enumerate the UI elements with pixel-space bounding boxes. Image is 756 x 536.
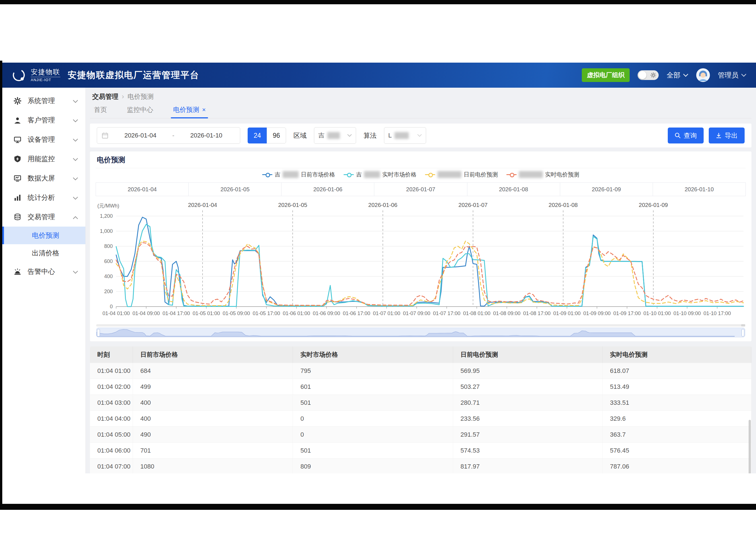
tab-电价预测[interactable]: 电价预测× (173, 105, 206, 118)
series-line-实时市场价格 (116, 224, 743, 307)
sidebar-item-bigscreen[interactable]: 数据大屏 (2, 169, 85, 188)
minimap-area (96, 329, 735, 336)
user-name: 管理员 (718, 71, 739, 80)
scroll-end-button[interactable] (741, 324, 745, 326)
table-cell: 569.95 (453, 363, 603, 379)
interval-option-96[interactable]: 96 (267, 127, 286, 144)
sidebar-item-system[interactable]: 系统管理 (2, 91, 85, 111)
shield-bolt-icon (14, 155, 21, 163)
sidebar-item-trade[interactable]: 交易管理 (2, 207, 85, 227)
brand-logo: 安捷物联 ANJIE-IOT (11, 67, 60, 83)
letterbox-bottom (0, 504, 756, 510)
region-value: 吉 (318, 131, 324, 140)
alarm-icon (14, 268, 21, 276)
table-cell: 490 (133, 427, 293, 442)
legend-region-prefix: 吉 (275, 171, 280, 179)
table-cell: 01:04 03:00 (90, 395, 133, 411)
sidebar-item-device[interactable]: 设备管理 (2, 130, 85, 149)
monitor-icon (14, 136, 21, 144)
tab-监控中心[interactable]: 监控中心 (127, 105, 153, 118)
user-dropdown[interactable]: 管理员 (718, 71, 746, 80)
x-axis-tick-label: 01-08 17:00 (523, 311, 550, 316)
legend-region-redacted (364, 171, 380, 178)
filter-bar: 2026-01-04 - 2026-01-10 24 96 区域 吉 算法 L (90, 123, 751, 148)
x-axis-tick-label: 01-04 17:00 (163, 311, 190, 316)
table-column-header: 实时电价预测 (603, 347, 751, 363)
price-chart[interactable]: 02004006008001,0001,200(元/MWh)2026-01-04… (96, 196, 746, 320)
date-range-picker[interactable]: 2026-01-04 - 2026-01-10 (97, 127, 240, 144)
virtual-plant-org-button[interactable]: 虚拟电厂组织 (582, 68, 630, 82)
data-zoom-slider[interactable] (96, 328, 745, 337)
region-select[interactable]: 吉 (314, 127, 356, 144)
x-axis-tick-label: 01-06 09:00 (313, 311, 340, 316)
legend-item-2[interactable]: 吉实时市场价格 (344, 171, 416, 179)
legend-marker-icon (425, 173, 435, 176)
date-end-input[interactable]: 2026-01-10 (177, 132, 235, 139)
sidebar-item-energy[interactable]: 用能监控 (2, 149, 85, 169)
sidebar-item-customer[interactable]: 客户管理 (2, 111, 85, 130)
sidebar-item-label: 设备管理 (28, 135, 55, 144)
screen-icon (14, 175, 21, 182)
zoom-handle-right[interactable] (741, 329, 744, 336)
day-marker-label: 2026-01-08 (548, 202, 577, 208)
theme-toggle[interactable] (638, 70, 659, 80)
x-axis-tick-label: 01-09 01:00 (553, 311, 581, 316)
tab-首页[interactable]: 首页 (94, 105, 107, 118)
download-icon (716, 132, 722, 139)
breadcrumb-current: 电价预测 (127, 92, 154, 101)
legend-item-3[interactable]: 日前电价预测 (425, 171, 498, 179)
table-body: 01:04 01:00684795569.95618.0701:04 02:00… (90, 363, 751, 473)
table-cell: 400 (133, 411, 293, 426)
series-line-实时电价预测 (116, 243, 743, 305)
x-axis-tick-label: 01-04 01:00 (103, 311, 130, 316)
table-cell: 0 (293, 411, 453, 426)
legend-item-1[interactable]: 吉日前市场价格 (262, 171, 335, 179)
table-row: 01:04 03:00400501280.71333.51 (90, 395, 751, 411)
interval-option-24[interactable]: 24 (247, 127, 267, 144)
sidebar-item-label: 统计分析 (28, 193, 55, 202)
avatar[interactable] (696, 68, 710, 82)
sidebar-menu: 系统管理客户管理设备管理用能监控数据大屏统计分析交易管理电价预测出清价格告警中心 (2, 88, 85, 473)
sidebar-subitem-price-forecast[interactable]: 电价预测 (2, 227, 85, 244)
table-cell: 787.06 (603, 458, 751, 473)
export-button[interactable]: 导出 (709, 127, 744, 144)
table-scrollbar-thumb[interactable] (749, 420, 751, 473)
scope-dropdown[interactable]: 全部 (667, 71, 688, 80)
x-axis-tick-label: 01-05 09:00 (223, 311, 250, 316)
breadcrumb-trade[interactable]: 交易管理 (92, 92, 118, 101)
x-axis-tick-label: 01-07 01:00 (373, 311, 400, 316)
search-button[interactable]: 查询 (668, 127, 704, 144)
chart-scroll-track[interactable] (96, 324, 745, 326)
x-axis-tick-label: 01-07 17:00 (433, 311, 460, 316)
legend-label: 日前电价预测 (464, 171, 498, 179)
x-axis-tick-label: 01-07 09:00 (403, 311, 430, 316)
sidebar-subitem-clearing-price[interactable]: 出清价格 (2, 244, 85, 262)
table-column-header: 日前市场价格 (133, 347, 293, 363)
legend-label: 实时市场价格 (382, 171, 416, 179)
table-column-header: 实时市场价格 (293, 347, 453, 363)
table-cell: 513.49 (603, 379, 751, 394)
x-axis-tick-label: 01-10 17:00 (704, 311, 731, 316)
table-cell: 01:04 05:00 (90, 427, 133, 442)
breadcrumb: 交易管理 › 电价预测 (90, 88, 751, 105)
algorithm-select[interactable]: L (384, 127, 426, 144)
series-line-日前电价预测 (116, 241, 743, 306)
date-start-input[interactable]: 2026-01-04 (111, 132, 169, 139)
sidebar-item-label: 客户管理 (28, 116, 55, 125)
table-cell: 329.6 (603, 411, 751, 426)
legend-region-redacted (438, 171, 461, 178)
zoom-handle-left[interactable] (97, 329, 100, 336)
sidebar-item-stats[interactable]: 统计分析 (2, 188, 85, 207)
x-axis-tick-label: 01-06 17:00 (343, 311, 370, 316)
sidebar-item-alarm[interactable]: 告警中心 (2, 262, 85, 281)
algorithm-value: L (388, 132, 392, 139)
series-line-日前市场价格 (116, 217, 743, 306)
chevron-down-icon (73, 174, 78, 182)
tab-close-icon[interactable]: × (202, 106, 206, 114)
table-cell: 333.51 (603, 395, 751, 411)
table-row: 01:04 07:001080809817.97787.06 (90, 458, 751, 473)
x-axis-tick-label: 01-06 01:00 (283, 311, 310, 316)
legend-item-4[interactable]: 实时电价预测 (507, 171, 579, 179)
legend-marker-icon (262, 173, 272, 176)
table-cell: 576.45 (603, 443, 751, 458)
